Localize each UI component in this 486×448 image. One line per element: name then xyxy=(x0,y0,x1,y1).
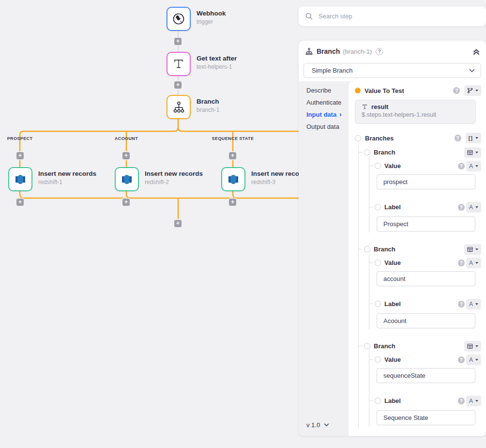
value-type-selector[interactable]: A xyxy=(466,161,481,171)
label-label: Label xyxy=(384,203,401,211)
caret-down-icon xyxy=(475,152,478,154)
label-type-selector[interactable]: A xyxy=(466,396,481,406)
tree-tick xyxy=(358,346,363,346)
text-type-glyph: A xyxy=(469,163,473,170)
node-redshift-2[interactable] xyxy=(115,167,139,191)
branch-value-input[interactable] xyxy=(377,174,475,189)
help-icon[interactable] xyxy=(458,204,465,211)
add-step-button[interactable] xyxy=(229,199,236,206)
node-redshift-3[interactable] xyxy=(221,167,245,191)
text-type-glyph: A xyxy=(469,398,473,404)
node-branch[interactable] xyxy=(167,95,191,119)
add-step-button[interactable] xyxy=(122,199,130,206)
branch-label-input[interactable] xyxy=(377,410,475,425)
caret-down-icon xyxy=(475,262,478,264)
help-icon[interactable] xyxy=(458,301,465,308)
branch-heading: Branch xyxy=(374,246,395,253)
branch-heading: Branch xyxy=(374,342,395,350)
caret-down-icon xyxy=(475,137,478,139)
node-webhook[interactable] xyxy=(167,7,191,31)
branch-icon xyxy=(172,101,185,114)
version-select[interactable]: v 1.0 xyxy=(306,421,329,429)
branch-radio[interactable] xyxy=(364,149,370,155)
chip-name: result xyxy=(371,103,388,110)
value-radio[interactable] xyxy=(375,163,381,169)
branch-label-input[interactable] xyxy=(377,216,475,232)
node-subtitle: redshift-1 xyxy=(38,179,96,186)
value-radio[interactable] xyxy=(375,260,381,266)
caret-down-icon xyxy=(475,303,478,305)
branch-heading: Branch xyxy=(374,149,395,156)
text-type-icon xyxy=(362,104,368,110)
text-type-glyph: A xyxy=(469,301,473,308)
version-label: v 1.0 xyxy=(306,421,320,429)
caret-down-icon xyxy=(475,90,478,92)
tree-tick xyxy=(369,207,373,207)
help-icon[interactable] xyxy=(458,163,465,170)
help-icon[interactable] xyxy=(458,260,465,266)
tree-tick xyxy=(358,152,363,153)
orange-branch-lines xyxy=(20,119,300,219)
redshift-icon xyxy=(120,172,134,186)
help-icon[interactable] xyxy=(455,135,461,141)
help-icon[interactable] xyxy=(458,398,465,404)
label-label: Label xyxy=(384,397,401,404)
add-step-button[interactable] xyxy=(16,152,24,159)
branch-value-input[interactable] xyxy=(377,368,475,383)
branch-type-selector[interactable] xyxy=(464,244,481,255)
caret-down-icon xyxy=(475,165,478,167)
branch-type-selector[interactable] xyxy=(464,147,481,158)
search-input[interactable] xyxy=(318,12,479,20)
branch-type-selector[interactable] xyxy=(464,341,481,352)
branch-radio[interactable] xyxy=(364,343,370,349)
value-radio[interactable] xyxy=(375,356,381,363)
add-step-button[interactable] xyxy=(122,152,130,159)
panel-step-title: Branch xyxy=(317,47,340,55)
add-step-button[interactable] xyxy=(229,152,236,159)
branch-label-input[interactable] xyxy=(377,313,475,328)
caret-down-icon xyxy=(475,206,478,208)
label-radio[interactable] xyxy=(375,398,381,404)
label-type-selector[interactable]: A xyxy=(466,299,481,309)
node-subtitle: trigger xyxy=(197,18,226,26)
branch-radio[interactable] xyxy=(364,246,370,252)
tab-authenticate[interactable]: Authenticate xyxy=(306,99,341,106)
label-radio[interactable] xyxy=(375,301,381,307)
branch-item-2: Branch Value A xyxy=(349,244,486,340)
help-icon[interactable] xyxy=(376,48,383,55)
text-helper-icon xyxy=(172,58,185,70)
branches-radio[interactable] xyxy=(355,135,361,141)
panel-header: Branch (branch-1) xyxy=(305,46,480,57)
node-redshift-1[interactable] xyxy=(8,167,32,191)
text-type-glyph: A xyxy=(469,204,473,211)
tab-output-data[interactable]: Output data xyxy=(306,123,339,130)
node-title: Insert new records xyxy=(38,170,96,178)
branch-label-prospect: PROSPECT xyxy=(7,136,33,141)
label-radio[interactable] xyxy=(375,204,381,210)
help-icon[interactable] xyxy=(458,356,465,363)
label-type-selector[interactable]: A xyxy=(466,202,481,213)
tree-tick xyxy=(369,263,373,263)
add-step-button[interactable] xyxy=(174,81,182,89)
collapse-panel-icon[interactable] xyxy=(472,48,480,55)
help-icon[interactable] xyxy=(453,87,460,94)
search-icon xyxy=(305,13,313,20)
value-type-selector[interactable]: A xyxy=(466,355,481,365)
value-type-selector[interactable] xyxy=(464,85,481,96)
value-to-test-mapping-chip[interactable]: result $.steps.text-helpers-1.result xyxy=(355,100,476,124)
add-step-button[interactable] xyxy=(174,220,182,227)
tab-describe[interactable]: Describe xyxy=(306,87,331,94)
add-step-button[interactable] xyxy=(174,38,182,45)
node-text-helpers[interactable] xyxy=(167,52,191,76)
branches-type-selector[interactable]: [] xyxy=(466,133,481,143)
operation-select[interactable]: Simple Branch xyxy=(304,63,481,78)
branch-label-sequence-state: SEQUENCE STATE xyxy=(212,136,254,141)
value-type-selector[interactable]: A xyxy=(466,258,481,268)
tab-input-data[interactable]: Input data xyxy=(306,111,336,118)
node-subtitle: redshift-2 xyxy=(145,179,203,186)
branches-heading-row: Branches [] xyxy=(355,134,481,142)
branch-value-input[interactable] xyxy=(377,271,475,286)
add-step-button[interactable] xyxy=(16,199,24,206)
chip-path: $.steps.text-helpers-1.result xyxy=(362,111,471,118)
redshift-icon xyxy=(14,172,27,186)
